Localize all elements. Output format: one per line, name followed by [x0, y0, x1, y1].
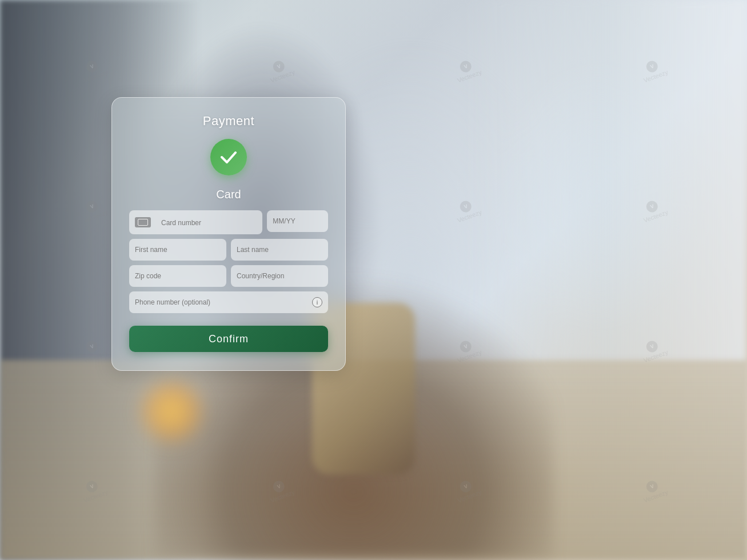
first-name-input[interactable] — [129, 239, 226, 261]
credit-card-icon — [135, 217, 151, 227]
card-number-input[interactable] — [155, 211, 257, 233]
country-wrapper[interactable] — [231, 265, 328, 287]
checkmark-icon — [218, 147, 239, 167]
phone-wrapper[interactable]: i — [129, 291, 328, 313]
card-label: Card — [129, 188, 328, 201]
expiry-input[interactable] — [267, 210, 328, 232]
checkmark-circle — [210, 139, 247, 175]
name-row — [129, 239, 328, 261]
card-row — [129, 210, 328, 234]
payment-panel: Payment Card — [111, 97, 346, 371]
location-row — [129, 265, 328, 287]
payment-title: Payment — [129, 114, 328, 129]
country-input[interactable] — [231, 265, 328, 287]
zip-wrapper[interactable] — [129, 265, 226, 287]
first-name-wrapper[interactable] — [129, 239, 226, 261]
last-name-wrapper[interactable] — [231, 239, 328, 261]
info-icon[interactable]: i — [312, 297, 322, 307]
warm-glow-bg — [137, 377, 206, 446]
card-number-wrapper[interactable] — [129, 210, 262, 234]
last-name-input[interactable] — [231, 239, 328, 261]
confirm-button[interactable]: Confirm — [129, 326, 328, 352]
phone-row: i — [129, 291, 328, 313]
phone-input[interactable] — [129, 291, 328, 313]
zip-input[interactable] — [129, 265, 226, 287]
expiry-wrapper[interactable] — [267, 210, 328, 234]
